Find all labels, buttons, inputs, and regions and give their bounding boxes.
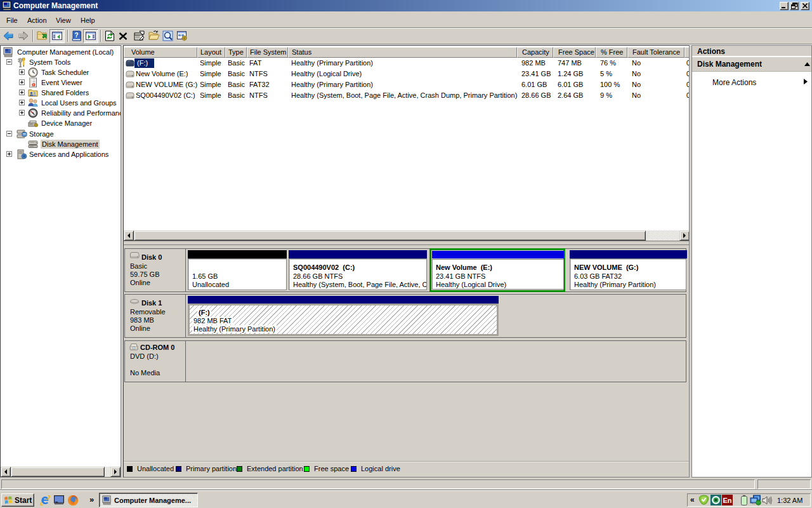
svg-text:En: En [723,497,731,504]
svg-text:?: ? [74,32,78,39]
